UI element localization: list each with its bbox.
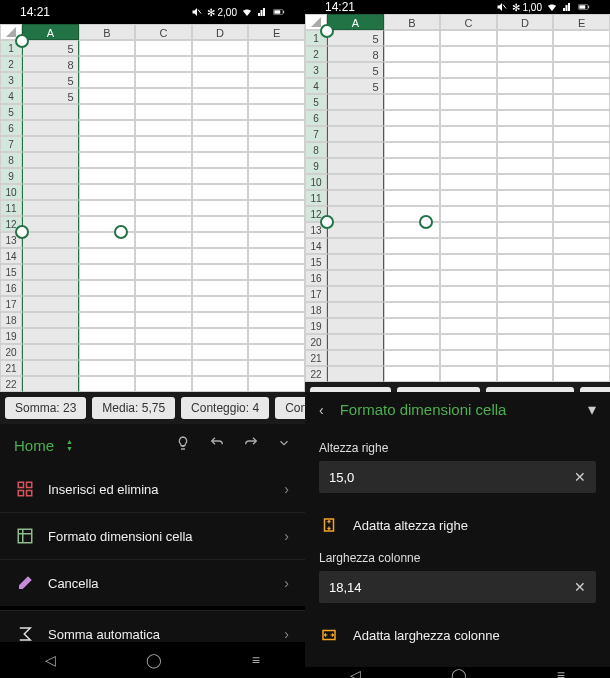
cell-a17[interactable] [327,286,384,302]
cell-e21[interactable] [248,360,305,376]
cell-b7[interactable] [384,126,441,142]
cell-e1[interactable] [553,30,610,46]
cell-b4[interactable] [384,78,441,94]
cell-e5[interactable] [553,94,610,110]
cell-b11[interactable] [79,200,136,216]
cell-d8[interactable] [497,142,554,158]
cell-a11[interactable] [327,190,384,206]
col-header-e[interactable]: E [248,24,305,40]
cell-a2[interactable]: 8 [327,46,384,62]
row-header-3[interactable]: 3 [0,72,22,88]
cell-d1[interactable] [497,30,554,46]
cell-c19[interactable] [440,318,497,334]
cell-b8[interactable] [79,152,136,168]
cell-e1[interactable] [248,40,305,56]
lightbulb-icon[interactable] [175,435,191,455]
row-header-11[interactable]: 11 [0,200,22,216]
cell-b1[interactable] [79,40,136,56]
cell-d14[interactable] [497,238,554,254]
back-nav-icon[interactable]: ◁ [350,667,361,678]
cell-b6[interactable] [384,110,441,126]
cell-c16[interactable] [135,280,192,296]
cell-e7[interactable] [553,126,610,142]
cell-e18[interactable] [248,312,305,328]
cell-e7[interactable] [248,136,305,152]
cell-d17[interactable] [497,286,554,302]
row-header-8[interactable]: 8 [0,152,22,168]
cell-a10[interactable] [22,184,79,200]
row-header-16[interactable]: 16 [0,280,22,296]
selection-handle-top[interactable] [320,24,334,38]
cell-b3[interactable] [79,72,136,88]
cell-e12[interactable] [553,206,610,222]
cell-b8[interactable] [384,142,441,158]
col-header-b[interactable]: B [79,24,136,40]
cell-a1[interactable]: 5 [327,30,384,46]
cell-e20[interactable] [248,344,305,360]
row-header-19[interactable]: 19 [0,328,22,344]
menu-insert-delete[interactable]: Inserisci ed elimina › [0,466,305,512]
cell-b6[interactable] [79,120,136,136]
cell-c9[interactable] [135,168,192,184]
cell-e10[interactable] [248,184,305,200]
cell-d21[interactable] [192,360,249,376]
home-nav-icon[interactable]: ◯ [451,667,467,678]
cell-c20[interactable] [440,334,497,350]
cell-b16[interactable] [79,280,136,296]
cell-d2[interactable] [497,46,554,62]
cell-b9[interactable] [384,158,441,174]
panel-menu-icon[interactable]: ▾ [588,400,596,419]
cell-d5[interactable] [497,94,554,110]
selection-handle-right[interactable] [114,225,128,239]
row-header-21[interactable]: 21 [0,360,22,376]
cell-d12[interactable] [192,216,249,232]
cell-a17[interactable] [22,296,79,312]
cell-d11[interactable] [192,200,249,216]
row-header-17[interactable]: 17 [0,296,22,312]
redo-icon[interactable] [243,435,259,455]
cell-e22[interactable] [553,366,610,382]
cell-c2[interactable] [135,56,192,72]
cell-b10[interactable] [384,174,441,190]
cell-e15[interactable] [553,254,610,270]
clear-icon[interactable]: ✕ [574,469,586,485]
cell-e6[interactable] [553,110,610,126]
cell-d4[interactable] [497,78,554,94]
cell-b14[interactable] [79,248,136,264]
cell-c15[interactable] [135,264,192,280]
cell-e8[interactable] [248,152,305,168]
row-header-9[interactable]: 9 [0,168,22,184]
row-header-2[interactable]: 2 [305,46,327,62]
cell-e11[interactable] [553,190,610,206]
cell-b14[interactable] [384,238,441,254]
cell-d9[interactable] [497,158,554,174]
cell-d8[interactable] [192,152,249,168]
cell-c9[interactable] [440,158,497,174]
cell-d20[interactable] [497,334,554,350]
cell-e12[interactable] [248,216,305,232]
cell-c21[interactable] [135,360,192,376]
cell-c1[interactable] [440,30,497,46]
cell-a7[interactable] [22,136,79,152]
row-header-19[interactable]: 19 [305,318,327,334]
cell-d14[interactable] [192,248,249,264]
cell-d22[interactable] [497,366,554,382]
back-icon[interactable]: ‹ [319,402,324,418]
row-header-15[interactable]: 15 [0,264,22,280]
cell-a4[interactable]: 5 [327,78,384,94]
row-header-11[interactable]: 11 [305,190,327,206]
cell-a1[interactable]: 5 [22,40,79,56]
cell-a13[interactable] [327,222,384,238]
cell-b7[interactable] [79,136,136,152]
cell-d16[interactable] [497,270,554,286]
cell-d20[interactable] [192,344,249,360]
col-header-d[interactable]: D [497,14,554,30]
row-header-18[interactable]: 18 [0,312,22,328]
cell-a5[interactable] [327,94,384,110]
cell-b5[interactable] [384,94,441,110]
cell-c8[interactable] [440,142,497,158]
col-header-a[interactable]: A [327,14,384,30]
cell-a16[interactable] [327,270,384,286]
row-header-20[interactable]: 20 [305,334,327,350]
cell-b20[interactable] [384,334,441,350]
